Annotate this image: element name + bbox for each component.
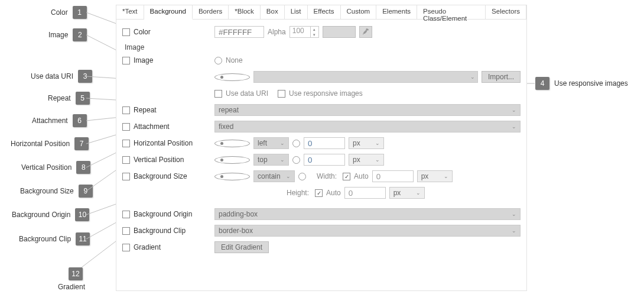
color-input[interactable] (214, 26, 264, 38)
hpos-input[interactable] (304, 137, 345, 149)
alpha-label: Alpha (268, 28, 286, 36)
gradient-label: Gradient (134, 243, 161, 251)
tab-selectors[interactable]: Selectors (486, 5, 526, 19)
tab-text[interactable]: *Text (116, 5, 144, 19)
panel-body: Color Alpha 100 ▴▾ Image Image None (116, 20, 526, 260)
use-responsive-label: Use responsive images (289, 89, 363, 98)
callout-9: Background Size 9 (20, 185, 93, 198)
origin-checkbox[interactable] (122, 211, 130, 218)
bgsize-width-label: Width: (310, 172, 339, 180)
attachment-checkbox[interactable] (122, 123, 130, 131)
callout-5: Repeat 5 (48, 92, 90, 105)
clip-checkbox[interactable] (122, 227, 130, 235)
row-gradient: Gradient Edit Gradient (122, 240, 521, 255)
repeat-select[interactable]: repeat⌄ (214, 104, 521, 116)
tab-block[interactable]: *Block (229, 5, 261, 19)
color-checkbox[interactable] (122, 28, 130, 36)
bgsize-height-label: Height: (282, 189, 311, 197)
callout-2: Image 2 (48, 28, 87, 41)
callout-3: Use data URI 3 (31, 70, 92, 83)
row-bgsize: Background Size contain⌄ Width: Auto px⌄ (122, 169, 521, 184)
tab-elements[interactable]: Elements (376, 5, 417, 19)
hpos-label: Horizontal Position (134, 139, 193, 147)
row-image-opts: Use data URI Use responsive images (122, 86, 521, 101)
color-swatch[interactable] (323, 26, 356, 38)
origin-select[interactable]: padding-box⌄ (214, 208, 521, 220)
repeat-checkbox[interactable] (122, 106, 130, 114)
vpos-radio-value[interactable] (292, 156, 300, 164)
row-origin: Background Origin padding-box⌄ (122, 206, 521, 222)
callout-12-label: Gradient (58, 283, 85, 291)
row-attachment: Attachment fixed⌄ (122, 119, 521, 134)
eyedropper-icon[interactable] (359, 26, 372, 38)
hpos-radio-keyword[interactable] (214, 140, 250, 147)
row-bgsize-h: Height: Auto px⌄ (122, 185, 521, 201)
bgsize-select[interactable]: contain⌄ (253, 170, 295, 182)
bgsize-height-input[interactable] (344, 187, 386, 199)
alpha-value: 100 (290, 27, 310, 37)
bgsize-label: Background Size (134, 172, 187, 180)
hpos-checkbox[interactable] (122, 140, 130, 147)
tab-pseudo[interactable]: Pseudo Class/Element (417, 5, 486, 19)
bgsize-width-auto-label: Auto (354, 172, 369, 180)
gradient-checkbox[interactable] (122, 244, 130, 251)
hpos-radio-value[interactable] (292, 140, 300, 147)
bgsize-radio-keyword[interactable] (214, 173, 250, 180)
callout-12: 12 (69, 267, 83, 280)
tab-background[interactable]: Background (144, 5, 193, 20)
bgsize-checkbox[interactable] (122, 173, 130, 180)
callout-label: Color (51, 8, 68, 17)
bgsize-width-input[interactable] (372, 170, 414, 182)
hpos-unit-select[interactable]: px⌄ (349, 137, 384, 149)
callout-num: 1 (73, 6, 87, 19)
vpos-input[interactable] (304, 154, 345, 166)
bgsize-height-auto-label: Auto (326, 189, 341, 197)
image-path-dropdown[interactable]: ⌄ (253, 71, 478, 83)
bgsize-height-unit[interactable]: px⌄ (389, 187, 425, 199)
bgsize-radio-value[interactable] (298, 173, 306, 180)
import-button[interactable]: Import... (482, 71, 521, 83)
alpha-spinner[interactable]: 100 ▴▾ (290, 26, 319, 38)
edit-gradient-button[interactable]: Edit Gradient (214, 241, 269, 253)
callout-11: Background Clip 11 (19, 232, 90, 245)
tab-borders[interactable]: Borders (193, 5, 229, 19)
tab-list[interactable]: List (285, 5, 308, 19)
image-checkbox[interactable] (122, 57, 130, 64)
bgsize-height-auto-checkbox[interactable] (315, 189, 323, 197)
row-image-path: ⌄ Import... (122, 69, 521, 85)
attachment-label: Attachment (134, 122, 170, 131)
row-clip: Background Clip border-box⌄ (122, 223, 521, 238)
row-hpos: Horizontal Position left⌄ px⌄ (122, 135, 521, 151)
callout-8: Vertical Position 8 (21, 161, 90, 174)
tab-box[interactable]: Box (261, 5, 285, 19)
row-vpos: Vertical Position top⌄ px⌄ (122, 152, 521, 167)
use-data-uri-checkbox[interactable] (214, 90, 222, 98)
clip-label: Background Clip (134, 227, 186, 235)
callout-6: Attachment 6 (32, 114, 87, 127)
tab-effects[interactable]: Effects (308, 5, 341, 19)
image-none-radio[interactable] (214, 57, 222, 64)
clip-select[interactable]: border-box⌄ (214, 225, 521, 237)
callout-1: Color 1 (51, 6, 87, 19)
vpos-label: Vertical Position (134, 156, 184, 164)
vpos-unit-select[interactable]: px⌄ (349, 154, 384, 166)
bgsize-width-auto-checkbox[interactable] (343, 173, 350, 180)
row-repeat: Repeat repeat⌄ (122, 102, 521, 118)
hpos-select[interactable]: left⌄ (253, 137, 289, 149)
bgsize-width-unit[interactable]: px⌄ (417, 170, 453, 182)
vpos-radio-keyword[interactable] (214, 156, 250, 164)
use-responsive-checkbox[interactable] (278, 90, 285, 98)
vpos-checkbox[interactable] (122, 156, 130, 164)
attachment-select[interactable]: fixed⌄ (214, 121, 521, 133)
properties-panel: *Text Background Borders *Block Box List… (116, 5, 527, 291)
image-path-radio[interactable] (214, 73, 250, 81)
color-label: Color (134, 28, 151, 36)
image-none-label: None (226, 56, 243, 64)
vpos-select[interactable]: top⌄ (253, 154, 289, 166)
callout-4: 4 Use responsive images (535, 77, 628, 90)
use-data-uri-label: Use data URI (226, 89, 268, 98)
callout-7: Horizontal Position 7 (11, 137, 89, 150)
callout-10: Background Origin 10 (12, 208, 89, 221)
tabstrip: *Text Background Borders *Block Box List… (116, 5, 526, 20)
tab-custom[interactable]: Custom (341, 5, 377, 19)
